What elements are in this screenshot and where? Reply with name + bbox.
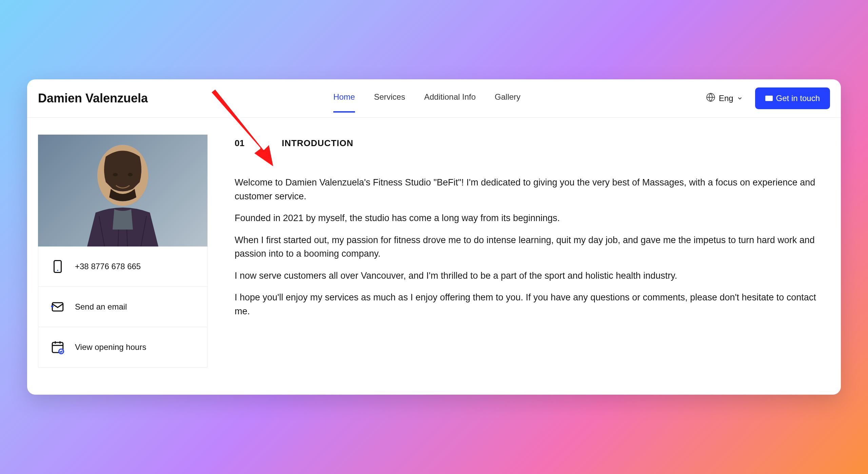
- profile-image: [38, 135, 208, 246]
- section-title: INTRODUCTION: [282, 138, 353, 149]
- chevron-down-icon: [737, 95, 743, 101]
- sidebar: +38 8776 678 665 Send an email: [38, 135, 208, 368]
- app-window: Damien Valenzuela Home Services Addition…: [27, 79, 841, 395]
- get-in-touch-button[interactable]: Get in touch: [755, 87, 830, 109]
- nav-gallery[interactable]: Gallery: [495, 92, 520, 113]
- main-content: 01 INTRODUCTION Welcome to Damien Valenz…: [235, 135, 830, 368]
- email-text: Send an email: [75, 302, 127, 312]
- svg-point-2: [113, 173, 118, 176]
- intro-text: Welcome to Damien Valenzuela's Fitness S…: [235, 176, 830, 318]
- svg-point-5: [57, 270, 58, 271]
- intro-paragraph: I now serve customers all over Vancouver…: [235, 269, 830, 283]
- site-title: Damien Valenzuela: [38, 91, 148, 114]
- language-label: Eng: [719, 94, 733, 103]
- intro-paragraph: Welcome to Damien Valenzuela's Fitness S…: [235, 176, 830, 203]
- email-card[interactable]: Send an email: [38, 287, 208, 327]
- svg-point-3: [128, 173, 133, 176]
- content: +38 8776 678 665 Send an email: [27, 118, 841, 395]
- intro-paragraph: I hope you'll enjoy my services as much …: [235, 291, 830, 318]
- main-nav: Home Services Additional Info Gallery: [333, 92, 520, 113]
- phone-icon: [51, 259, 65, 274]
- nav-home[interactable]: Home: [333, 92, 355, 113]
- section-number: 01: [235, 138, 244, 149]
- section-header: 01 INTRODUCTION: [235, 138, 830, 149]
- language-selector[interactable]: Eng: [706, 93, 743, 104]
- phone-card[interactable]: +38 8776 678 665: [38, 246, 208, 287]
- header: Damien Valenzuela Home Services Addition…: [27, 79, 841, 118]
- envelope-icon: [765, 96, 773, 101]
- globe-icon: [706, 93, 715, 104]
- hours-card[interactable]: View opening hours: [38, 327, 208, 368]
- calendar-icon: [51, 340, 65, 354]
- nav-additional-info[interactable]: Additional Info: [424, 92, 476, 113]
- intro-paragraph: Founded in 2021 by myself, the studio ha…: [235, 211, 830, 225]
- nav-services[interactable]: Services: [374, 92, 405, 113]
- header-right: Eng Get in touch: [706, 87, 830, 117]
- phone-text: +38 8776 678 665: [75, 262, 141, 271]
- cta-label: Get in touch: [776, 94, 820, 103]
- email-icon: [51, 300, 65, 314]
- intro-paragraph: When I first started out, my passion for…: [235, 233, 830, 261]
- hours-text: View opening hours: [75, 342, 146, 352]
